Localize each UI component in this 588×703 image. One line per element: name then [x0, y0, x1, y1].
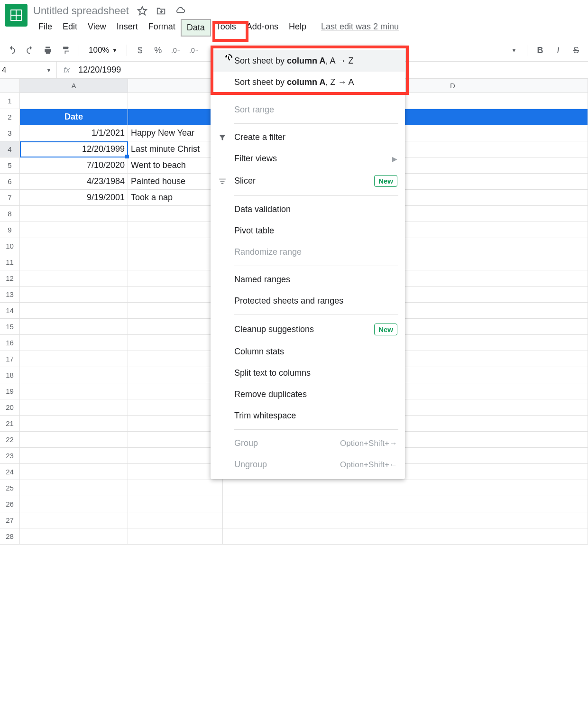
cell[interactable]: [20, 432, 128, 447]
cloud-icon[interactable]: [175, 5, 186, 17]
row-header[interactable]: 26: [0, 496, 20, 512]
row-header[interactable]: 15: [0, 319, 20, 335]
menu-file[interactable]: File: [33, 19, 57, 37]
name-box[interactable]: 4 ▼: [0, 62, 57, 78]
cell[interactable]: [128, 238, 223, 254]
cell[interactable]: 7/10/2020: [20, 157, 128, 173]
row-header[interactable]: 9: [0, 222, 20, 238]
cell[interactable]: [128, 270, 223, 286]
menu-column-stats[interactable]: Column stats: [211, 341, 405, 362]
menu-trim-whitespace[interactable]: Trim whitespace: [211, 405, 405, 426]
row-header[interactable]: 25: [0, 480, 20, 496]
cell[interactable]: [128, 222, 223, 238]
cell[interactable]: [128, 93, 223, 109]
decrease-decimal-icon[interactable]: .0←: [169, 43, 183, 57]
row-header[interactable]: 8: [0, 206, 20, 222]
strike-icon[interactable]: S: [569, 43, 583, 57]
row-header[interactable]: 16: [0, 335, 20, 351]
menu-data[interactable]: Data: [181, 19, 211, 37]
cell[interactable]: Last minute Christ: [128, 141, 223, 157]
cell[interactable]: [128, 109, 223, 125]
cell[interactable]: [20, 319, 128, 334]
cell[interactable]: [20, 464, 128, 480]
cell[interactable]: [128, 480, 223, 496]
cell[interactable]: 1/1/2021: [20, 125, 128, 141]
formula-input[interactable]: 12/20/1999: [76, 65, 121, 75]
menu-sort-za[interactable]: Sort sheet by column A, Z → A: [211, 72, 405, 93]
cell[interactable]: [223, 512, 588, 528]
row-header[interactable]: 22: [0, 432, 20, 448]
cell[interactable]: [20, 351, 128, 367]
cell[interactable]: Painted house: [128, 174, 223, 189]
row-header[interactable]: 5: [0, 157, 20, 174]
row-header[interactable]: 1: [0, 93, 20, 109]
cell[interactable]: [128, 319, 223, 334]
cell[interactable]: [20, 528, 128, 544]
cell[interactable]: [20, 480, 128, 496]
cell[interactable]: 9/19/2001: [20, 190, 128, 205]
cell[interactable]: [128, 512, 223, 528]
menu-tools[interactable]: Tools: [211, 19, 241, 37]
menu-format[interactable]: Format: [143, 19, 181, 37]
cell[interactable]: [223, 496, 588, 512]
undo-icon[interactable]: [5, 43, 19, 57]
cell[interactable]: [128, 464, 223, 480]
cell[interactable]: [20, 335, 128, 351]
star-icon[interactable]: [137, 5, 148, 17]
row-header[interactable]: 28: [0, 528, 20, 545]
row-header[interactable]: 6: [0, 174, 20, 190]
menu-cleanup[interactable]: Cleanup suggestions New: [211, 318, 405, 341]
cell[interactable]: [128, 351, 223, 367]
row-header[interactable]: 10: [0, 238, 20, 254]
menu-insert[interactable]: Insert: [111, 19, 143, 37]
cell[interactable]: Went to beach: [128, 157, 223, 173]
bold-icon[interactable]: B: [533, 43, 547, 57]
menu-remove-duplicates[interactable]: Remove duplicates: [211, 384, 405, 405]
print-icon[interactable]: [41, 43, 55, 57]
menu-help[interactable]: Help: [284, 19, 312, 37]
cell[interactable]: [128, 206, 223, 222]
menu-sort-az[interactable]: Sort sheet by column A, A → Z: [211, 50, 405, 72]
cell[interactable]: [20, 206, 128, 222]
row-header[interactable]: 13: [0, 287, 20, 303]
chevron-down-icon[interactable]: ▼: [507, 43, 521, 57]
currency-icon[interactable]: $: [133, 43, 147, 57]
cell[interactable]: [128, 416, 223, 431]
cell[interactable]: [20, 238, 128, 254]
cell[interactable]: [223, 528, 588, 544]
cell[interactable]: Took a nap: [128, 190, 223, 205]
move-icon[interactable]: [156, 5, 167, 17]
cell[interactable]: [128, 254, 223, 270]
row-header[interactable]: 27: [0, 512, 20, 528]
cell[interactable]: [20, 254, 128, 270]
menu-pivot-table[interactable]: Pivot table: [211, 220, 405, 241]
menu-named-ranges[interactable]: Named ranges: [211, 269, 405, 290]
cell[interactable]: [20, 448, 128, 463]
cell[interactable]: 4/23/1984: [20, 174, 128, 189]
cell[interactable]: [128, 432, 223, 447]
cell[interactable]: [20, 383, 128, 399]
row-header[interactable]: 11: [0, 254, 20, 270]
cell[interactable]: [20, 93, 128, 109]
row-header[interactable]: 20: [0, 399, 20, 416]
cell[interactable]: [128, 399, 223, 415]
menu-view[interactable]: View: [83, 19, 111, 37]
cell[interactable]: [20, 512, 128, 528]
row-header[interactable]: 23: [0, 448, 20, 464]
redo-icon[interactable]: [23, 43, 37, 57]
row-header[interactable]: 24: [0, 464, 20, 480]
menu-addons[interactable]: Add-ons: [241, 19, 284, 37]
cell[interactable]: [128, 383, 223, 399]
cell[interactable]: Date: [20, 109, 128, 125]
cell[interactable]: [223, 480, 588, 496]
menu-protected-sheets[interactable]: Protected sheets and ranges: [211, 290, 405, 312]
menu-data-validation[interactable]: Data validation: [211, 199, 405, 220]
menu-filter-views[interactable]: Filter views ▶: [211, 148, 405, 169]
percent-icon[interactable]: %: [151, 43, 165, 57]
zoom-select[interactable]: 100% ▼: [85, 46, 121, 55]
cell[interactable]: [128, 448, 223, 463]
cell[interactable]: [128, 528, 223, 544]
cell[interactable]: [20, 303, 128, 318]
sheets-logo[interactable]: [5, 4, 28, 27]
cell[interactable]: [20, 270, 128, 286]
